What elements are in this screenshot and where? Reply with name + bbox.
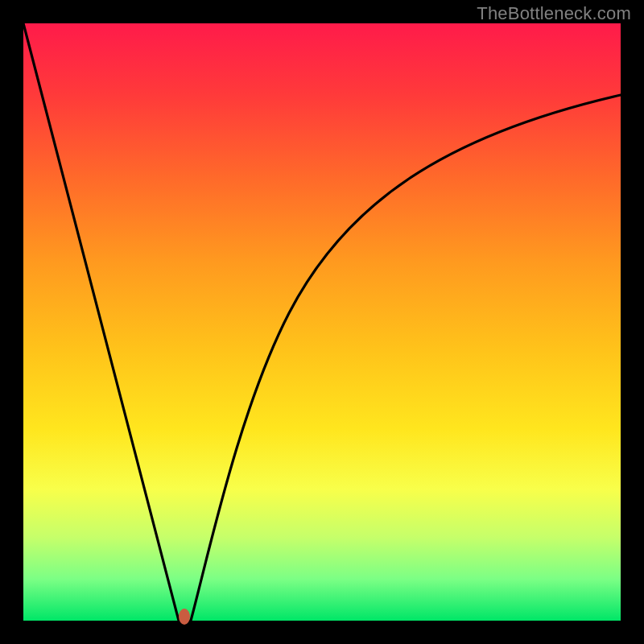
bottleneck-curve [23,23,621,621]
optimum-marker [179,609,190,625]
curve-path [23,23,621,621]
watermark-text: TheBottleneck.com [477,3,631,24]
chart-stage: TheBottleneck.com [0,0,644,644]
